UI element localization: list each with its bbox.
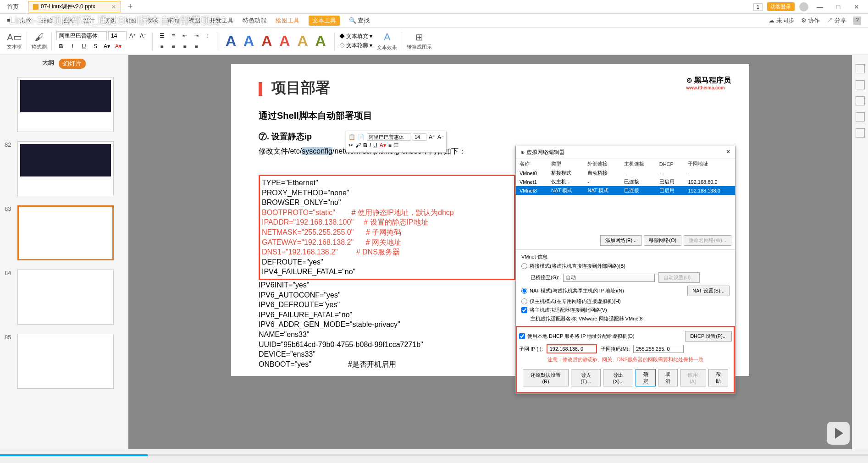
import-button[interactable]: 导入(T)... [571, 369, 601, 386]
style-a1[interactable]: A [222, 33, 240, 50]
login-button[interactable]: 访客登录 [767, 2, 795, 11]
format-painter[interactable]: 🖌 格式刷 [32, 32, 47, 50]
menu-review[interactable]: 审阅 [167, 17, 179, 25]
bullet-icon[interactable]: ☰ [157, 31, 166, 40]
tool-icon-5[interactable] [856, 128, 865, 138]
hostonly-radio[interactable] [521, 298, 527, 304]
number-icon[interactable]: ≡ [169, 31, 178, 40]
thumb-85[interactable]: 85 [0, 329, 128, 393]
tab-slides[interactable]: 幻灯片 [59, 59, 86, 69]
menu-view[interactable]: 视图 [188, 17, 200, 25]
bridge-radio[interactable] [521, 263, 527, 269]
rename-network-button[interactable]: 重命名网络(W)... [684, 235, 731, 246]
progress-bar[interactable] [0, 454, 868, 456]
decrease-font-icon[interactable]: A⁻ [138, 31, 148, 40]
thumb-84[interactable]: 84 [0, 265, 128, 329]
indent-right-icon[interactable]: ⇥ [192, 31, 201, 40]
style-a3[interactable]: A [258, 33, 276, 50]
copy-icon[interactable]: 📋 [348, 134, 355, 140]
mini-size[interactable] [413, 133, 426, 141]
fontcolor-button[interactable]: A▾ [114, 42, 123, 51]
ok-button[interactable]: 确定 [636, 369, 655, 386]
tool-icon-3[interactable] [856, 96, 865, 105]
paste-icon[interactable]: 📄 [358, 134, 365, 140]
subnet-ip-input[interactable] [547, 344, 597, 353]
text-outline-button[interactable]: ◇ 文本轮廓 ▾ [339, 42, 373, 50]
style-a5[interactable]: A [293, 33, 311, 50]
tab-outline[interactable]: 大纲 [42, 59, 54, 69]
mini-italic[interactable]: I [370, 142, 371, 149]
align-right-icon[interactable]: ≡ [180, 42, 189, 51]
add-network-button[interactable]: 添加网络(E)... [600, 235, 641, 246]
style-a4[interactable]: A [276, 33, 293, 50]
menu-slideshow[interactable]: 放映 [146, 17, 158, 25]
mini-toolbar[interactable]: 📋 📄 A⁺ A⁻ ✂ 🖌 B I U A▾ ≡ ☰ [346, 131, 447, 153]
underline-button[interactable]: U [79, 42, 88, 51]
menu-file[interactable]: 文件 [20, 17, 32, 25]
nat-set-button[interactable]: NAT 设置(S)... [687, 286, 730, 296]
menu-drawing[interactable]: 绘图工具 [276, 17, 299, 25]
strike-button[interactable]: S [91, 42, 100, 51]
menu-features[interactable]: 特色功能 [243, 17, 266, 25]
mini-color[interactable]: A▾ [380, 142, 386, 149]
italic-button[interactable]: I [68, 42, 77, 51]
menu-devtools[interactable]: 开发工具 [210, 17, 233, 25]
play-button[interactable] [827, 422, 850, 445]
table-row[interactable]: VMnet1仅主机...- 已连接已启用192.168.80.0 [516, 177, 735, 186]
menu-search[interactable]: 🔍 查找 [349, 17, 370, 25]
help-button[interactable]: 帮助 [708, 369, 728, 386]
highlight-button[interactable]: A▾ [102, 42, 111, 51]
mini-dec-icon[interactable]: A⁻ [437, 134, 444, 140]
bold-button[interactable]: B [56, 42, 66, 51]
tab-file[interactable]: 07-Linux课件v2.0.pptx ✕ [28, 1, 121, 12]
tool-icon-2[interactable] [856, 80, 865, 89]
collab-button[interactable]: ⚙ 协作 [801, 17, 820, 25]
menu-animation[interactable]: 动画 [125, 17, 137, 25]
avatar-icon[interactable] [799, 2, 808, 11]
dhcp-set-button[interactable]: DHCP 设置(P)... [685, 331, 732, 342]
nat-radio[interactable] [521, 288, 527, 294]
table-row-selected[interactable]: VMnet8NAT 模式NAT 模式 已连接已启用192.168.138.0 [516, 186, 735, 195]
export-button[interactable]: 导出(X)... [603, 369, 633, 386]
subnet-mask-input[interactable] [633, 345, 684, 353]
dhcp-check[interactable] [519, 333, 525, 339]
vmware-dialog[interactable]: ⊕ 虚拟网络编辑器 ✕ 名称类型外部连接 主机连接DHCP子网地址 VMnet0… [515, 146, 735, 394]
style-a6[interactable]: A [312, 33, 330, 50]
slide[interactable]: ⊙ 黑马程序员 www.itheima.com 项目部署 通过Shell脚本自动… [231, 64, 749, 376]
restore-button[interactable]: 还原默认设置(R) [523, 369, 569, 386]
mini-font[interactable] [367, 133, 410, 141]
menu-insert[interactable]: 插入 [62, 17, 74, 25]
textbox-group[interactable]: A▭ 文本框 [7, 32, 22, 50]
increase-font-icon[interactable]: A⁺ [128, 31, 137, 40]
mini-brush-icon[interactable]: 🖌 [355, 142, 361, 149]
thumb-81[interactable] [0, 72, 128, 137]
tab-home[interactable]: 首页 [0, 3, 26, 11]
new-tab-button[interactable]: + [128, 2, 133, 11]
tool-icon-4[interactable] [856, 112, 865, 121]
minimize-button[interactable]: — [813, 3, 827, 11]
maximize-button[interactable]: □ [831, 3, 845, 11]
table-row[interactable]: VMnet0桥接模式自动桥接 --- [516, 169, 735, 177]
style-a2[interactable]: A [240, 33, 258, 50]
font-select[interactable] [56, 31, 107, 40]
close-button[interactable]: ✕ [850, 3, 863, 11]
share-button[interactable]: ↗ 分享 [827, 17, 846, 25]
mini-cut-icon[interactable]: ✂ [348, 142, 353, 149]
hamburger-icon[interactable]: ≡ [7, 17, 11, 24]
thumb-82[interactable]: 82 [0, 137, 128, 201]
mini-bold[interactable]: B [363, 142, 367, 149]
cancel-button[interactable]: 取消 [658, 369, 678, 386]
mini-align[interactable]: ≡ [388, 142, 392, 149]
text-fill-button[interactable]: ◆ 文本填充 ▾ [339, 33, 373, 40]
mini-underline[interactable]: U [373, 142, 377, 149]
menu-texttool[interactable]: 文本工具 [309, 16, 340, 26]
mini-inc-icon[interactable]: A⁺ [429, 134, 435, 140]
close-icon[interactable]: ✕ [111, 4, 116, 10]
connect-host-check[interactable] [521, 307, 527, 313]
thumb-83[interactable]: 83 [0, 201, 128, 265]
tool-icon-1[interactable] [856, 64, 865, 73]
convert-button[interactable]: ⊞ 转换成图示 [407, 32, 432, 50]
sync-status[interactable]: ☁ 未同步 [768, 17, 794, 25]
indent-left-icon[interactable]: ⇤ [180, 31, 189, 40]
remove-network-button[interactable]: 移除网络(O) [644, 235, 681, 246]
